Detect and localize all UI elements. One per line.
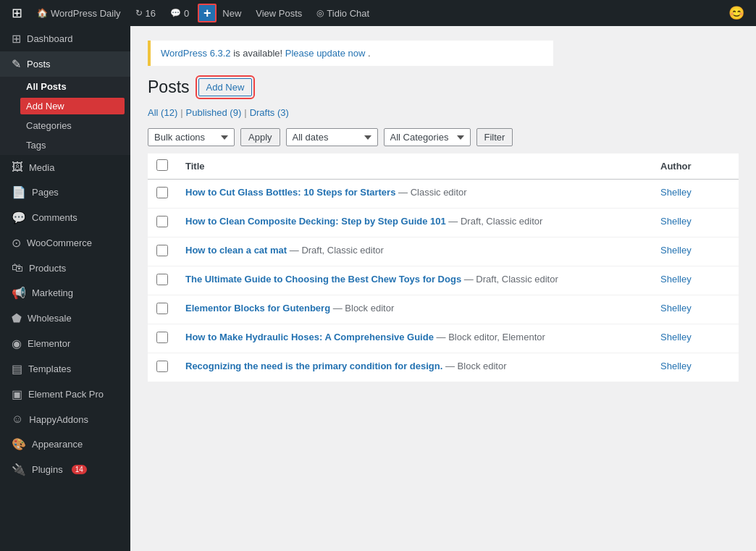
update-now-link[interactable]: Please update now <box>285 48 366 59</box>
admin-bar: ⊞ 🏠 WordPress Daily ↻ 16 💬 0 + New View … <box>0 0 756 26</box>
sidebar-subitem-categories[interactable]: Categories <box>0 116 130 135</box>
author-link[interactable]: Shelley <box>660 361 692 371</box>
col-header-author[interactable]: Author <box>652 153 739 180</box>
wp-version-link[interactable]: WordPress 6.3.2 <box>161 48 231 59</box>
sidebar-item-marketing[interactable]: 📢 Marketing <box>0 280 130 306</box>
row-checkbox[interactable] <box>156 332 168 343</box>
posts-submenu: All Posts Add New Categories Tags <box>0 77 130 155</box>
toolbar: Bulk actions Edit Move to Trash Apply Al… <box>148 128 739 146</box>
wholesale-icon: ⬟ <box>12 311 22 325</box>
author-link[interactable]: Shelley <box>660 332 692 342</box>
post-title-link[interactable]: How to Cut Glass Bottles: 10 Steps for S… <box>185 187 395 198</box>
row-checkbox[interactable] <box>156 361 168 372</box>
post-title-link[interactable]: How to Clean Composite Decking: Step by … <box>185 216 446 227</box>
sidebar-item-pages[interactable]: 📄 Pages <box>0 180 130 205</box>
main-layout: ⊞ Dashboard ✎ Posts All Posts Add New Ca… <box>0 26 756 551</box>
plugins-badge: 14 <box>72 465 87 474</box>
user-avatar[interactable]: 😊 <box>723 0 750 26</box>
row-checkbox[interactable] <box>156 216 168 227</box>
updates-item[interactable]: ↻ 16 <box>130 0 161 26</box>
posts-table: Title Author How to Cut Glass Bottles: 1… <box>148 153 739 382</box>
row-checkbox[interactable] <box>156 245 168 256</box>
sidebar-item-element-pack-pro[interactable]: ▣ Element Pack Pro <box>0 382 130 407</box>
marketing-icon: 📢 <box>12 286 26 300</box>
row-checkbox[interactable] <box>156 187 168 198</box>
sidebar-item-appearance[interactable]: 🎨 Appearance <box>0 432 130 457</box>
sidebar-subitem-add-new[interactable]: Add New <box>20 98 125 114</box>
table-row: The Ultimate Guide to Choosing the Best … <box>148 266 739 295</box>
filter-button[interactable]: Filter <box>476 128 513 146</box>
elementor-icon: ◉ <box>12 337 22 350</box>
table-row: Elementor Blocks for Gutenberg — Block e… <box>148 295 739 324</box>
post-title-link[interactable]: The Ultimate Guide to Choosing the Best … <box>185 274 461 285</box>
site-name[interactable]: 🏠 WordPress Daily <box>31 0 127 26</box>
table-row: How to clean a cat mat — Draft, Classic … <box>148 237 739 266</box>
post-meta: — Classic editor <box>395 187 466 198</box>
wp-logo[interactable]: ⊞ <box>6 0 28 26</box>
new-label[interactable]: New <box>217 0 247 26</box>
row-checkbox[interactable] <box>156 303 168 314</box>
new-content-button[interactable]: + <box>198 4 217 22</box>
post-title-link[interactable]: How to Make Hydraulic Hoses: A Comprehen… <box>185 332 434 342</box>
sidebar-item-templates[interactable]: ▤ Templates <box>0 356 130 382</box>
sidebar-item-wholesale[interactable]: ⬟ Wholesale <box>0 306 130 331</box>
sidebar-subitem-all-posts[interactable]: All Posts <box>0 77 130 96</box>
table-row: How to Cut Glass Bottles: 10 Steps for S… <box>148 180 739 209</box>
filter-drafts-link[interactable]: Drafts (3) <box>250 107 289 118</box>
filter-published-link[interactable]: Published (9) <box>186 107 242 118</box>
products-icon: 🛍 <box>12 261 23 274</box>
add-new-button[interactable]: Add New <box>198 78 253 96</box>
appearance-icon: 🎨 <box>12 437 26 451</box>
select-all-checkbox[interactable] <box>156 159 168 171</box>
apply-button[interactable]: Apply <box>240 128 280 146</box>
post-meta: — Block editor, Elementor <box>434 332 545 342</box>
table-row: How to Clean Composite Decking: Step by … <box>148 209 739 237</box>
filter-links: All (12) | Published (9) | Drafts (3) <box>148 107 739 118</box>
page-header: Posts Add New <box>148 77 739 97</box>
post-title-link[interactable]: Elementor Blocks for Gutenberg <box>185 303 330 314</box>
pages-icon: 📄 <box>12 185 26 199</box>
sidebar-subitem-tags[interactable]: Tags <box>0 135 130 155</box>
author-link[interactable]: Shelley <box>660 245 692 256</box>
col-header-title[interactable]: Title <box>177 153 652 180</box>
post-title-link[interactable]: Recognizing the need is the primary cond… <box>185 361 442 371</box>
page-title: Posts <box>148 77 190 97</box>
post-meta: — Draft, Classic editor <box>287 245 384 256</box>
templates-icon: ▤ <box>12 362 22 376</box>
author-link[interactable]: Shelley <box>660 187 692 198</box>
author-link[interactable]: Shelley <box>660 274 692 285</box>
dates-select[interactable]: All dates January 2024 December 2023 <box>286 128 378 146</box>
sidebar-item-dashboard[interactable]: ⊞ Dashboard <box>0 26 130 51</box>
view-posts-item[interactable]: View Posts <box>250 0 308 26</box>
sidebar-item-woocommerce[interactable]: ⊙ WooCommerce <box>0 230 130 256</box>
woocommerce-icon: ⊙ <box>12 236 21 250</box>
dashboard-icon: ⊞ <box>12 32 21 46</box>
sidebar-item-posts[interactable]: ✎ Posts <box>0 51 130 77</box>
sidebar: ⊞ Dashboard ✎ Posts All Posts Add New Ca… <box>0 26 130 551</box>
sidebar-item-media[interactable]: 🖼 Media <box>0 155 130 180</box>
author-link[interactable]: Shelley <box>660 303 692 314</box>
sidebar-item-comments[interactable]: 💬 Comments <box>0 205 130 230</box>
tidio-chat-item[interactable]: ◎ Tidio Chat <box>311 0 375 26</box>
sidebar-item-plugins[interactable]: 🔌 Plugins 14 <box>0 457 130 482</box>
sidebar-item-elementor[interactable]: ◉ Elementor <box>0 331 130 356</box>
bulk-actions-select[interactable]: Bulk actions Edit Move to Trash <box>148 128 235 146</box>
comments-item[interactable]: 💬 0 <box>164 0 195 26</box>
post-meta: — Block editor <box>442 361 506 371</box>
update-notice: WordPress 6.3.2 is available! Please upd… <box>148 41 553 66</box>
filter-all-link[interactable]: All (12) <box>148 107 177 118</box>
element-pack-pro-icon: ▣ <box>12 387 22 401</box>
row-checkbox[interactable] <box>156 274 168 285</box>
sidebar-item-happyaddons[interactable]: ☺ HappyAddons <box>0 407 130 432</box>
media-icon: 🖼 <box>12 161 23 174</box>
sidebar-item-products[interactable]: 🛍 Products <box>0 256 130 280</box>
posts-icon: ✎ <box>12 57 21 71</box>
post-title-link[interactable]: How to clean a cat mat <box>185 245 287 256</box>
categories-select[interactable]: All Categories How To Reviews <box>384 128 471 146</box>
table-row: Recognizing the need is the primary cond… <box>148 353 739 382</box>
author-link[interactable]: Shelley <box>660 216 692 227</box>
post-meta: — Draft, Classic editor <box>446 216 543 227</box>
col-header-checkbox <box>148 153 177 180</box>
post-meta: — Draft, Classic editor <box>461 274 558 285</box>
plugins-icon: 🔌 <box>12 463 26 476</box>
